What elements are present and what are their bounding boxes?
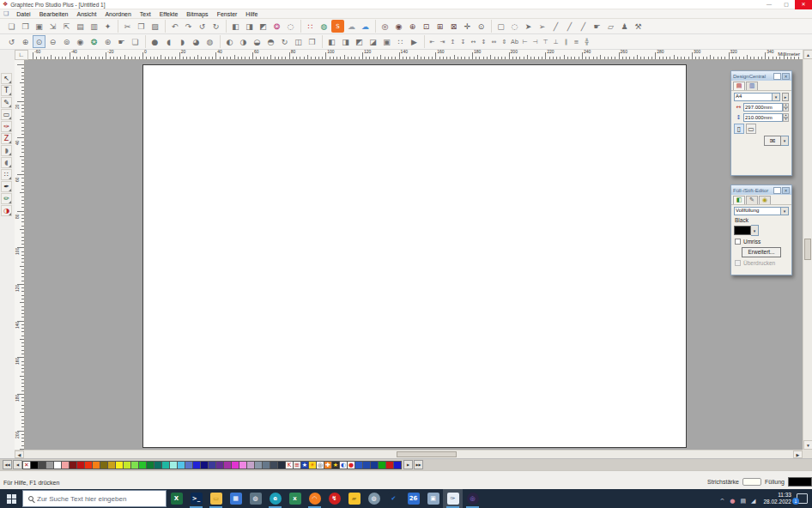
taskbar-app-file-explorer[interactable]: ▭ <box>206 489 226 508</box>
design-central-flyout-button[interactable]: ▸ <box>782 93 789 101</box>
new-document-icon[interactable]: ❏ <box>5 20 18 33</box>
spell-check-icon[interactable]: Ab <box>510 35 519 48</box>
scan-marks-icon[interactable]: ⊙ <box>475 20 488 33</box>
minimize-button[interactable]: — <box>760 0 778 9</box>
find-replace-icon[interactable]: ◌ <box>284 20 297 33</box>
select-tool[interactable]: ↖ <box>1 73 12 84</box>
cloud-download-icon[interactable]: ☁ <box>359 20 372 33</box>
center-page-vertical-icon[interactable]: ≡ <box>572 35 581 48</box>
rectangle-tool[interactable]: ▭ <box>1 109 12 120</box>
draw-line-thick-icon[interactable]: ╱ <box>577 20 590 33</box>
zoom-selection-icon[interactable]: ⊚ <box>60 35 73 48</box>
draw-line-thin-icon[interactable]: ╱ <box>549 20 562 33</box>
fill-stroke-collapse-button[interactable] <box>773 187 781 194</box>
fill-tab[interactable]: ◧ <box>733 196 745 204</box>
scroll-down-icon[interactable]: ▼ <box>803 440 812 450</box>
horizontal-scrollbar[interactable]: ◀ ▶ <box>15 450 803 458</box>
group-objects-icon[interactable]: ◧ <box>325 35 338 48</box>
zoom-factor-icon[interactable]: ⊛ <box>101 35 114 48</box>
fill-stroke-close-button[interactable]: ✕ <box>782 187 790 194</box>
redo-multiple-icon[interactable]: ↻ <box>209 20 222 33</box>
taskbar-app-excel[interactable]: X <box>167 489 186 508</box>
taskbar-app-stats-app[interactable]: 26 <box>403 489 423 508</box>
reg-mark-corner-icon[interactable]: ⊡ <box>420 20 433 33</box>
palette-first-button[interactable]: ◀◀ <box>3 460 12 469</box>
rotate-icon[interactable]: ↻ <box>278 35 291 48</box>
reg-mark-center-icon[interactable]: ⊠ <box>447 20 460 33</box>
document-page[interactable] <box>142 64 687 448</box>
maximize-button[interactable]: ▢ <box>778 0 795 9</box>
select-object-icon[interactable]: ➢ <box>536 20 548 33</box>
menu-item-effekte[interactable]: Effekte <box>155 11 183 17</box>
taskbar-app-app-spiral[interactable]: ◍ <box>245 489 265 508</box>
start-button[interactable] <box>0 489 22 508</box>
draw-line-medium-icon[interactable]: ╱ <box>563 20 576 33</box>
flip-horizontal-icon[interactable]: ◒ <box>251 35 264 48</box>
align-right-icon[interactable]: ⇥ <box>438 35 447 48</box>
effects-tool[interactable]: Z <box>1 133 12 144</box>
brush-tool[interactable]: ✑ <box>1 121 12 132</box>
fill-type-dropdown-icon[interactable]: ▾ <box>781 207 789 215</box>
trim-icon[interactable]: ◖ <box>162 35 175 48</box>
sai-cloud-icon[interactable]: S <box>331 20 344 33</box>
text-tool[interactable]: T <box>1 85 12 96</box>
zoom-area-icon[interactable]: ◉ <box>74 35 87 48</box>
stroke-tab[interactable]: ✎ <box>746 196 758 204</box>
vertical-scroll-thumb[interactable] <box>804 239 811 260</box>
advanced-button[interactable]: Erweitert... <box>742 247 781 257</box>
separate-icon[interactable]: ◐ <box>223 35 236 48</box>
segment-tool[interactable]: ✏ <box>1 193 12 204</box>
height-stepper[interactable]: ▲▼ <box>783 113 789 122</box>
scroll-right-icon[interactable]: ▶ <box>793 451 803 458</box>
duplicate-icon[interactable]: ❐ <box>306 35 318 48</box>
outline-path-icon[interactable]: ◕ <box>190 35 203 48</box>
fill-color-indicator[interactable] <box>788 477 812 487</box>
zoom-out-icon[interactable]: ⊖ <box>46 35 59 48</box>
reg-mark-square-icon[interactable]: ◎ <box>379 20 391 33</box>
menu-item-hilfe[interactable]: Hilfe <box>241 11 262 17</box>
design-central-close-button[interactable]: ✕ <box>782 73 790 80</box>
select-rectangle-icon[interactable]: ▢ <box>494 20 507 33</box>
fill-patterns-icon[interactable]: ∷ <box>304 20 317 33</box>
select-point-icon[interactable]: ➤ <box>522 20 535 33</box>
center-page-horizontal-icon[interactable]: ∥ <box>561 35 571 48</box>
design-editor-panel-icon[interactable]: ◨ <box>243 20 256 33</box>
align-page-top-icon[interactable]: ⊤ <box>541 35 550 48</box>
zoom-color-icon[interactable]: ❂ <box>88 35 100 48</box>
menu-item-bitmaps[interactable]: Bitmaps <box>182 11 212 17</box>
contour-tool[interactable]: ◖ <box>1 157 12 168</box>
tray-display-icon[interactable]: ▤ <box>740 498 746 505</box>
print-icon[interactable]: ▤ <box>74 20 87 33</box>
taskbar-app-todo-check[interactable]: ✔ <box>384 489 403 508</box>
new-page-icon[interactable]: ❏ <box>129 35 142 48</box>
pan-hand-icon[interactable]: ☛ <box>115 35 128 48</box>
mail-dropdown-icon[interactable]: ▾ <box>781 136 789 146</box>
page-preset-dropdown-icon[interactable]: ▾ <box>773 93 780 101</box>
overprint-checkbox[interactable] <box>735 260 741 266</box>
horizontal-scroll-thumb[interactable] <box>397 451 457 457</box>
knife-tool[interactable]: ✒ <box>1 181 12 192</box>
inline-path-icon[interactable]: ◗ <box>176 35 189 48</box>
weed-tool[interactable]: ◗ <box>1 145 12 156</box>
fill-stroke-titlebar[interactable]: Füll-/Stift-Editor ✕ <box>731 185 791 195</box>
paste-icon[interactable]: ▨ <box>148 20 161 33</box>
stamp-icon[interactable]: ✦ <box>101 20 114 33</box>
color-specs-panel-icon[interactable]: ◩ <box>257 20 270 33</box>
cut-icon[interactable]: ✂ <box>121 20 134 33</box>
palette-last-button[interactable]: ▶▶ <box>414 460 423 469</box>
taskbar-app-graphtec-pro-studio[interactable]: ✑ <box>443 489 463 508</box>
copy-icon[interactable]: ❐ <box>135 20 148 33</box>
undo-multiple-icon[interactable]: ↺ <box>196 20 209 33</box>
page-width-input[interactable] <box>743 103 783 112</box>
to-front-icon[interactable]: ◩ <box>353 35 366 48</box>
user-view-icon[interactable]: ♟ <box>618 20 631 33</box>
measure-tool[interactable]: ∷ <box>1 169 12 180</box>
taskbar-app-power-app[interactable]: ↯ <box>324 489 344 508</box>
export-file-icon[interactable]: ⇱ <box>60 20 73 33</box>
space-vertical-icon[interactable]: ⇕ <box>500 35 509 48</box>
taskbar-app-reader-app[interactable]: ▣ <box>423 489 443 508</box>
palette-next-button[interactable]: ▶ <box>403 460 413 469</box>
open-document-icon[interactable]: ❒ <box>19 20 32 33</box>
ungroup-objects-icon[interactable]: ◨ <box>339 35 352 48</box>
notification-center-icon[interactable]: 1 <box>797 493 808 504</box>
